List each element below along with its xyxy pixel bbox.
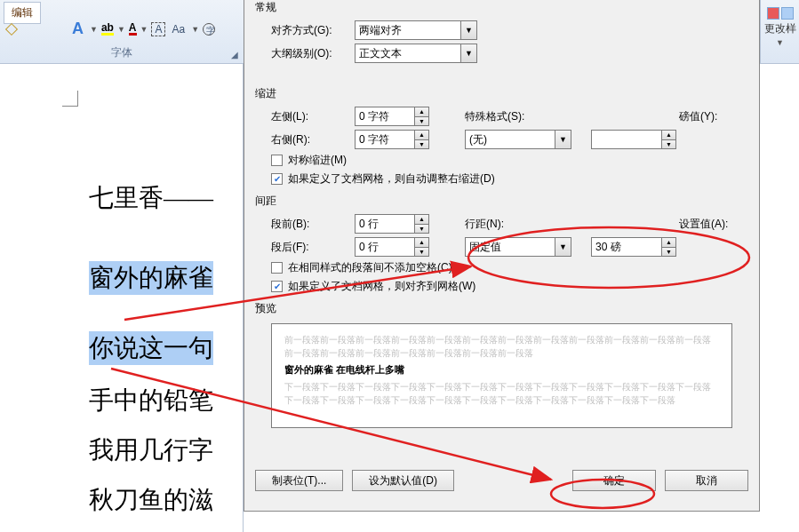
chevron-down-icon[interactable]: ▼ (555, 238, 571, 256)
dropdown-arrow-icon[interactable]: ▼ (117, 25, 125, 34)
space-after-label: 段后(F): (271, 240, 355, 255)
doc-paragraph-selected[interactable]: 你说这一句 (89, 331, 213, 365)
spinner-down-icon[interactable]: ▼ (662, 248, 675, 257)
spinner-up-icon[interactable]: ▲ (662, 131, 675, 140)
tabs-button[interactable]: 制表位(T)... (255, 470, 343, 491)
document-pane: 七里香—— 窗外的麻雀 你说这一句 手中的铅笔 我用几行字 秋刀鱼的滋 (0, 64, 244, 532)
preview-before-text: 前一段落前一段落前一段落前一段落前一段落前一段落前一段落前一段落前一段落前一段落… (284, 333, 719, 360)
by-value-spinner[interactable]: ▲▼ (591, 130, 676, 149)
spinner-down-icon[interactable]: ▼ (415, 248, 428, 257)
char-border-button[interactable]: A (151, 22, 165, 36)
spinner-up-icon[interactable]: ▲ (415, 238, 428, 248)
at-value-spinner[interactable]: 30 磅 ▲▼ (591, 237, 676, 257)
alignment-label: 对齐方式(G): (271, 23, 355, 38)
doc-paragraph[interactable]: 秋刀鱼的滋 (89, 483, 243, 517)
no-space-same-style-label: 在相同样式的段落间不添加空格(C) (288, 260, 452, 275)
outline-level-combo[interactable]: 正文文本 ▼ (355, 44, 477, 63)
indent-right-value: 0 字符 (359, 132, 389, 147)
set-default-button[interactable]: 设为默认值(D) (352, 470, 454, 491)
indent-right-spinner[interactable]: 0 字符 ▲▼ (355, 130, 429, 149)
snap-to-grid-checkbox[interactable] (271, 281, 283, 292)
spinner-down-icon[interactable]: ▼ (415, 140, 428, 149)
spinner-up-icon[interactable]: ▲ (415, 215, 428, 225)
indent-left-label: 左侧(L): (271, 109, 355, 124)
enclose-char-button[interactable]: 字 (203, 23, 215, 36)
mirror-indent-label: 对称缩进(M) (288, 153, 347, 168)
ribbon: 编辑 A ▼ ab ▼ A ▼ A Aa ▼ 字 字体 ◢ (0, 0, 244, 64)
indent-left-spinner[interactable]: 0 字符 ▲▼ (355, 107, 429, 126)
section-general-heading: 常规 (255, 0, 748, 15)
page-corner-mark (62, 91, 78, 107)
snap-to-grid-label: 如果定义了文档网格，则对齐到网格(W) (288, 279, 475, 294)
dropdown-arrow-icon[interactable]: ▼ (90, 25, 98, 34)
auto-adjust-indent-label: 如果定义了文档网格，则自动调整右缩进(D) (288, 171, 495, 187)
ribbon-left-icon-group (5, 23, 18, 36)
doc-title: 七里香—— (89, 181, 243, 215)
indent-left-value: 0 字符 (359, 109, 389, 124)
special-indent-value: (无) (469, 132, 487, 147)
spinner-down-icon[interactable]: ▼ (415, 225, 428, 234)
preview-sample-text: 窗外的麻雀 在电线杆上多嘴 (284, 363, 719, 377)
special-indent-label: 特殊格式(S): (465, 109, 539, 124)
space-before-value: 0 行 (359, 217, 379, 232)
dialog-button-bar: 制表位(T)... 设为默认值(D) 确定 取消 (255, 470, 748, 491)
chevron-down-icon[interactable]: ▼ (460, 21, 476, 39)
at-value-value: 30 磅 (595, 240, 621, 255)
styles-preview-icon[interactable] (767, 7, 794, 20)
ribbon-tab-edit[interactable]: 编辑 (4, 2, 41, 24)
format-painter-icon[interactable] (5, 23, 18, 36)
mirror-indent-checkbox[interactable] (271, 155, 283, 166)
spinner-up-icon[interactable]: ▲ (415, 107, 428, 117)
outline-level-value: 正文文本 (359, 46, 402, 61)
space-before-label: 段前(B): (271, 217, 355, 232)
space-after-value: 0 行 (359, 240, 379, 255)
no-space-same-style-checkbox[interactable] (271, 262, 283, 274)
chevron-down-icon[interactable]: ▼ (460, 44, 476, 62)
at-value-label: 设置值(A): (679, 217, 748, 232)
indent-right-label: 右侧(R): (271, 132, 355, 147)
line-spacing-combo[interactable]: 固定值 ▼ (465, 237, 571, 257)
dropdown-arrow-icon[interactable]: ▼ (140, 25, 148, 34)
section-spacing-heading: 间距 (255, 194, 748, 209)
outline-level-label: 大纲级别(O): (271, 46, 355, 61)
section-preview-heading: 预览 (255, 301, 748, 316)
ok-button[interactable]: 确定 (572, 470, 656, 491)
spinner-up-icon[interactable]: ▲ (662, 238, 675, 248)
preview-box: 前一段落前一段落前一段落前一段落前一段落前一段落前一段落前一段落前一段落前一段落… (271, 323, 732, 428)
highlight-button[interactable]: ab (101, 22, 114, 36)
font-color-button[interactable]: A (129, 22, 137, 36)
auto-adjust-indent-checkbox[interactable] (271, 173, 283, 185)
font-dialog-launcher[interactable]: ◢ (231, 50, 238, 60)
space-before-spinner[interactable]: 0 行 ▲▼ (355, 214, 429, 234)
special-indent-combo[interactable]: (无) ▼ (465, 130, 571, 149)
doc-paragraph[interactable]: 手中的铅笔 (89, 384, 243, 417)
doc-paragraph[interactable]: 我用几行字 (89, 433, 243, 467)
line-spacing-value: 固定值 (469, 240, 501, 255)
alignment-combo[interactable]: 两端对齐 ▼ (355, 20, 477, 40)
ribbon-group-font-label: 字体 (0, 45, 244, 60)
ribbon-font-buttons: A ▼ ab ▼ A ▼ A Aa ▼ 字 (69, 18, 215, 40)
spinner-down-icon[interactable]: ▼ (662, 140, 675, 149)
spinner-up-icon[interactable]: ▲ (415, 131, 428, 140)
doc-paragraph-selected[interactable]: 窗外的麻雀 (89, 261, 213, 295)
paragraph-dialog: 常规 对齐方式(G): 两端对齐 ▼ 大纲级别(O): 正文文本 ▼ 缩进 左侧… (244, 0, 760, 512)
cancel-button[interactable]: 取消 (665, 470, 748, 491)
line-spacing-label: 行距(N): (465, 217, 539, 232)
section-indent-heading: 缩进 (255, 86, 748, 101)
chevron-down-icon[interactable]: ▼ (555, 131, 571, 148)
ribbon-right: 更改样 ▼ (760, 0, 799, 64)
preview-after-text: 下一段落下一段落下一段落下一段落下一段落下一段落下一段落下一段落下一段落下一段落… (284, 380, 719, 407)
by-value-label: 磅值(Y): (679, 109, 748, 124)
dropdown-arrow-icon[interactable]: ▼ (191, 25, 199, 34)
dropdown-arrow-icon[interactable]: ▼ (776, 38, 784, 47)
space-after-spinner[interactable]: 0 行 ▲▼ (355, 237, 429, 257)
alignment-value: 两端对齐 (359, 23, 402, 38)
change-style-label: 更改样 (764, 21, 796, 36)
spinner-down-icon[interactable]: ▼ (415, 117, 428, 126)
text-effect-button[interactable]: A (69, 18, 86, 40)
change-case-button[interactable]: Aa (169, 21, 188, 37)
